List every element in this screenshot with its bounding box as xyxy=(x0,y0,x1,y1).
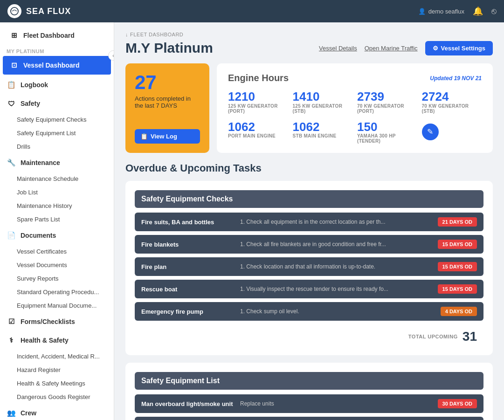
sidebar-item-dangerous-goods[interactable]: Dangerous Goods Register xyxy=(0,390,114,404)
maintenance-label: Maintenance xyxy=(21,159,60,166)
user-icon: 👤 xyxy=(418,8,426,15)
sidebar-item-maintenance-schedule[interactable]: Maintenance Schedule xyxy=(0,172,114,186)
engine-stat-3: 2724 70 KW GENERATOR (STB) xyxy=(422,90,482,114)
logo-icon xyxy=(7,4,21,18)
task-desc-mob-light: Replace units xyxy=(240,400,432,407)
top-nav: SEA FLUX 👤 demo seaflux 🔔 ⎋ xyxy=(0,0,504,22)
safety-icon: 🛡 xyxy=(7,99,16,108)
crew-icon: 👥 xyxy=(7,408,16,418)
breadcrumb: ↓ FLEET DASHBOARD xyxy=(125,32,493,37)
sidebar-item-fleet-dashboard[interactable]: ⊞ Fleet Dashboard xyxy=(3,26,111,45)
user-info: 👤 demo seaflux xyxy=(418,8,464,15)
fleet-dashboard-label: Fleet Dashboard xyxy=(23,32,75,39)
engine-edit-button[interactable]: ✎ xyxy=(422,124,439,140)
task-name-fire-plan: Fire plan xyxy=(141,263,235,270)
notifications-icon[interactable]: 🔔 xyxy=(473,6,483,16)
app-name: SEA FLUX xyxy=(26,7,71,16)
sidebar-item-maintenance-history[interactable]: Maintenance History xyxy=(0,199,114,213)
main-layout: ‹ ⊞ Fleet Dashboard MY PLATINUM ⊡ Vessel… xyxy=(0,22,504,420)
task-name-fire-blankets: Fire blankets xyxy=(141,241,235,248)
sidebar-item-documents[interactable]: 📄 Documents xyxy=(0,226,114,245)
task-desc-fire-blankets: 1. Check all fire blankets are in good c… xyxy=(240,241,432,248)
health-label: Health & Safety xyxy=(21,337,69,344)
engine-stat-5: 1062 STB MAIN ENGINE xyxy=(293,120,353,139)
sidebar-sub-label: MY PLATINUM xyxy=(0,46,114,55)
sidebar-item-health-safety[interactable]: ⚕ Health & Safety xyxy=(0,331,114,350)
svg-point-0 xyxy=(11,7,18,15)
forms-label: Forms/Checklists xyxy=(21,318,75,325)
sidebar-item-safety[interactable]: 🛡 Safety xyxy=(0,94,114,113)
log-icon: 📋 xyxy=(140,133,148,140)
engine-stat-0: 1210 125 KW GENERATOR (PORT) xyxy=(228,90,288,114)
actions-card: 27 Actions completed in the last 7 DAYS … xyxy=(125,63,209,153)
task-desc-rescue-boat: 1. Visually inspect the rescue tender to… xyxy=(240,286,432,292)
view-log-button[interactable]: 📋 View Log xyxy=(135,129,200,144)
task-badge-rescue-boat: 15 DAYS OD xyxy=(438,284,477,294)
sidebar-item-vessel-certificates[interactable]: Vessel Certificates xyxy=(0,245,114,258)
vessel-dashboard-label: Vessel Dashboard xyxy=(23,62,80,69)
sidebar-item-maintenance[interactable]: 🔧 Maintenance xyxy=(0,153,114,172)
user-name: demo seaflux xyxy=(428,8,464,15)
sidebar-item-drills[interactable]: Drills xyxy=(0,140,114,153)
sidebar-item-hazard-register[interactable]: Hazard Register xyxy=(0,363,114,377)
vessel-icon: ⊡ xyxy=(9,61,19,70)
sidebar-item-survey-reports[interactable]: Survey Reports xyxy=(0,272,114,285)
task-row-fire-suits: Fire suits, BA and bottles 1. Check all … xyxy=(135,213,483,231)
maintenance-icon: 🔧 xyxy=(7,158,16,167)
task-name-rescue-boat: Rescue boat xyxy=(141,286,235,293)
task-row-mob-light: Man overboard light/smoke unit Replace u… xyxy=(135,394,483,413)
actions-desc: Actions completed in the last 7 DAYS xyxy=(135,95,200,109)
task-desc-fire-pump: 1. Check sump oil level. xyxy=(240,308,435,315)
sidebar-item-equipment-manuals[interactable]: Equipment Manual Docume... xyxy=(0,299,114,312)
sidebar-item-safety-equipment-list[interactable]: Safety Equipment List xyxy=(0,126,114,140)
open-marine-traffic-link[interactable]: Open Marine Traffic xyxy=(365,45,418,52)
engine-stat-2: 2739 70 KW GENERATOR (PORT) xyxy=(357,90,417,114)
logout-icon[interactable]: ⎋ xyxy=(491,7,497,16)
settings-gear-icon: ⚙ xyxy=(433,45,438,52)
documents-icon: 📄 xyxy=(7,231,16,240)
task-badge-mob-light: 30 DAYS OD xyxy=(438,399,477,408)
task-name-mob-light: Man overboard light/smoke unit xyxy=(141,400,235,407)
vessel-details-link[interactable]: Vessel Details xyxy=(319,45,357,52)
grid-icon: ⊞ xyxy=(9,31,19,40)
sidebar-item-logbook[interactable]: 📋 Logbook xyxy=(0,76,114,94)
forms-icon: ☑ xyxy=(7,317,16,326)
actions-count: 27 xyxy=(135,73,200,92)
sidebar-item-forms[interactable]: ☑ Forms/Checklists xyxy=(0,312,114,331)
vessel-settings-button[interactable]: ⚙ Vessel Settings xyxy=(425,41,493,55)
task-row-rescue-boat: Rescue boat 1. Visually inspect the resc… xyxy=(135,280,483,298)
logbook-icon: 📋 xyxy=(7,80,16,90)
sidebar-item-hs-meetings[interactable]: Health & Safety Meetings xyxy=(0,377,114,390)
task-row-fire-blankets: Fire blankets 1. Check all fire blankets… xyxy=(135,235,483,254)
safety-checks-title: Safety Equipment Checks xyxy=(135,190,483,208)
breadcrumb-icon: ↓ xyxy=(125,32,128,37)
documents-label: Documents xyxy=(21,232,56,239)
sidebar-item-vessel-dashboard[interactable]: ⊡ Vessel Dashboard xyxy=(3,56,111,75)
sidebar-item-vessel-documents[interactable]: Vessel Documents xyxy=(0,258,114,272)
sidebar-item-safety-equipment-checks[interactable]: Safety Equipment Checks xyxy=(0,113,114,126)
safety-label: Safety xyxy=(21,100,40,107)
engine-hours-card: Engine Hours Updated 19 NOV 21 1210 125 … xyxy=(217,63,493,153)
total-label: TOTAL UPCOMING xyxy=(408,334,458,339)
engine-stats-grid: 1210 125 KW GENERATOR (PORT) 1410 125 KW… xyxy=(228,90,482,144)
top-cards: 27 Actions completed in the last 7 DAYS … xyxy=(125,63,493,153)
tasks-section-title: Overdue & Upcoming Tasks xyxy=(125,162,493,174)
breadcrumb-text: FLEET DASHBOARD xyxy=(130,32,183,37)
task-badge-fire-suits: 21 DAYS OD xyxy=(438,217,477,227)
vessel-settings-label: Vessel Settings xyxy=(441,45,485,52)
sidebar-item-sop[interactable]: Standard Operating Procedu... xyxy=(0,285,114,299)
health-icon: ⚕ xyxy=(7,336,16,345)
engine-updated: Updated 19 NOV 21 xyxy=(430,75,482,82)
sidebar-item-job-list[interactable]: Job List xyxy=(0,186,114,199)
logbook-label: Logbook xyxy=(21,81,48,89)
task-desc-fire-plan: 1. Check location and that all informati… xyxy=(240,263,432,270)
sidebar-item-incident[interactable]: Incident, Accident, Medical R... xyxy=(0,350,114,363)
page-title-row: M.Y Platinum Vessel Details Open Marine … xyxy=(125,40,493,56)
engine-updated-date: 19 NOV 21 xyxy=(454,75,482,82)
sidebar-item-crew[interactable]: 👥 Crew xyxy=(0,404,114,420)
engine-hours-title: Engine Hours xyxy=(228,73,289,83)
sidebar-item-spare-parts-list[interactable]: Spare Parts List xyxy=(0,213,114,226)
safety-equipment-list-group: Safety Equipment List Man overboard ligh… xyxy=(125,363,493,420)
engine-card-header: Engine Hours Updated 19 NOV 21 xyxy=(228,73,482,83)
task-row-fire-pump: Emergency fire pump 1. Check sump oil le… xyxy=(135,302,483,321)
